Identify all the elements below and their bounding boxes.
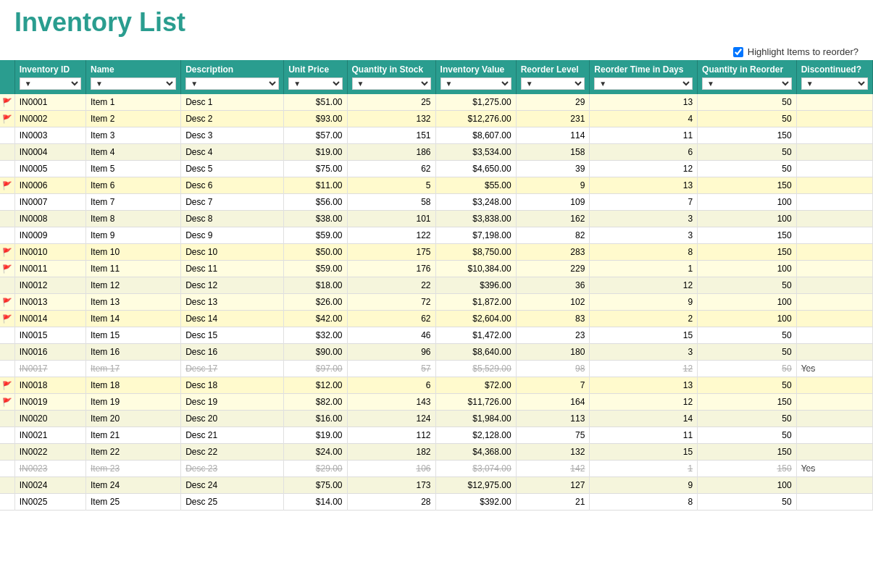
cell-qty-reorder: 50	[698, 161, 797, 177]
cell-reorder-days: 12	[590, 394, 698, 411]
cell-reorder-level: 283	[516, 244, 590, 261]
col-name: Name ▼	[86, 60, 181, 94]
filter-name[interactable]: ▼	[91, 77, 176, 90]
cell-reorder-level: 39	[516, 161, 590, 177]
cell-reorder-days: 4	[590, 111, 698, 127]
cell-unit-price: $97.00	[284, 361, 347, 377]
highlight-label: Highlight Items to reorder?	[748, 46, 859, 57]
cell-inv-value: $1,872.00	[435, 294, 516, 311]
cell-desc: Desc 22	[181, 444, 284, 461]
filter-qty-reorder[interactable]: ▼	[702, 77, 792, 90]
cell-reorder-level: 231	[516, 111, 590, 127]
filter-inventory-id[interactable]: ▼	[20, 77, 81, 90]
flag-cell	[0, 361, 14, 377]
cell-qty-stock: 151	[347, 127, 435, 144]
cell-unit-price: $56.00	[284, 194, 347, 211]
cell-qty-stock: 62	[347, 311, 435, 327]
cell-discontinued	[796, 227, 872, 244]
cell-name: Item 7	[86, 194, 181, 211]
filter-discontinued[interactable]: ▼	[801, 77, 868, 90]
cell-reorder-days: 12	[590, 361, 698, 377]
cell-id: IN0023	[14, 461, 85, 477]
cell-reorder-days: 3	[590, 227, 698, 244]
filter-qty-stock[interactable]: ▼	[352, 77, 431, 90]
cell-discontinued	[796, 427, 872, 444]
cell-reorder-level: 83	[516, 311, 590, 327]
cell-id: IN0021	[14, 427, 85, 444]
flag-cell	[0, 427, 14, 444]
table-row: 🚩IN0010Item 10Desc 10$50.00175$8,750.002…	[0, 244, 873, 261]
cell-unit-price: $75.00	[284, 161, 347, 177]
filter-inv-value[interactable]: ▼	[440, 77, 511, 90]
flag-cell	[0, 161, 14, 177]
cell-reorder-level: 29	[516, 94, 590, 111]
cell-qty-stock: 25	[347, 94, 435, 111]
table-row: IN0005Item 5Desc 5$75.0062$4,650.0039125…	[0, 161, 873, 177]
cell-inv-value: $10,384.00	[435, 261, 516, 277]
flag-cell	[0, 344, 14, 361]
cell-name: Item 23	[86, 461, 181, 477]
cell-unit-price: $75.00	[284, 477, 347, 494]
filter-unit-price[interactable]: ▼	[288, 77, 342, 90]
cell-id: IN0007	[14, 194, 85, 211]
filter-reorder-days[interactable]: ▼	[594, 77, 693, 90]
cell-discontinued	[796, 377, 872, 394]
cell-desc: Desc 15	[181, 327, 284, 344]
col-unit-price: Unit Price ▼	[284, 60, 347, 94]
cell-discontinued	[796, 277, 872, 294]
cell-inv-value: $55.00	[435, 177, 516, 194]
cell-name: Item 13	[86, 294, 181, 311]
cell-id: IN0006	[14, 177, 85, 194]
cell-inv-value: $8,607.00	[435, 127, 516, 144]
cell-name: Item 22	[86, 444, 181, 461]
cell-name: Item 24	[86, 477, 181, 494]
cell-name: Item 3	[86, 127, 181, 144]
cell-id: IN0002	[14, 111, 85, 127]
cell-name: Item 17	[86, 361, 181, 377]
cell-reorder-days: 3	[590, 211, 698, 227]
cell-inv-value: $1,472.00	[435, 327, 516, 344]
cell-inv-value: $2,128.00	[435, 427, 516, 444]
highlight-bar: Highlight Items to reorder?	[0, 43, 873, 60]
cell-qty-reorder: 150	[698, 127, 797, 144]
table-row: IN0015Item 15Desc 15$32.0046$1,472.00231…	[0, 327, 873, 344]
cell-desc: Desc 9	[181, 227, 284, 244]
cell-name: Item 8	[86, 211, 181, 227]
cell-id: IN0017	[14, 361, 85, 377]
table-row: IN0020Item 20Desc 20$16.00124$1,984.0011…	[0, 411, 873, 427]
cell-reorder-days: 9	[590, 477, 698, 494]
cell-qty-reorder: 50	[698, 361, 797, 377]
cell-discontinued	[796, 344, 872, 361]
flag-cell	[0, 277, 14, 294]
cell-unit-price: $12.00	[284, 377, 347, 394]
cell-qty-stock: 96	[347, 344, 435, 361]
cell-unit-price: $19.00	[284, 144, 347, 161]
cell-qty-reorder: 50	[698, 94, 797, 111]
table-row: IN0004Item 4Desc 4$19.00186$3,534.001586…	[0, 144, 873, 161]
cell-id: IN0019	[14, 394, 85, 411]
cell-name: Item 14	[86, 311, 181, 327]
cell-reorder-days: 3	[590, 344, 698, 361]
cell-inv-value: $396.00	[435, 277, 516, 294]
table-row: 🚩IN0011Item 11Desc 11$59.00176$10,384.00…	[0, 261, 873, 277]
table-row: IN0025Item 25Desc 25$14.0028$392.0021850	[0, 494, 873, 511]
filter-desc[interactable]: ▼	[185, 77, 279, 90]
flag-icon: 🚩	[2, 114, 12, 123]
cell-reorder-level: 158	[516, 144, 590, 161]
cell-desc: Desc 17	[181, 361, 284, 377]
flag-icon: 🚩	[2, 248, 12, 256]
cell-qty-reorder: 50	[698, 377, 797, 394]
cell-reorder-level: 36	[516, 277, 590, 294]
cell-id: IN0003	[14, 127, 85, 144]
filter-reorder-level[interactable]: ▼	[521, 77, 585, 90]
highlight-checkbox[interactable]	[733, 47, 743, 57]
cell-reorder-days: 15	[590, 444, 698, 461]
cell-discontinued	[796, 144, 872, 161]
cell-qty-reorder: 100	[698, 261, 797, 277]
cell-qty-stock: 173	[347, 477, 435, 494]
flag-cell: 🚩	[0, 294, 14, 311]
cell-inv-value: $12,276.00	[435, 111, 516, 127]
cell-desc: Desc 5	[181, 161, 284, 177]
cell-desc: Desc 11	[181, 261, 284, 277]
cell-name: Item 5	[86, 161, 181, 177]
